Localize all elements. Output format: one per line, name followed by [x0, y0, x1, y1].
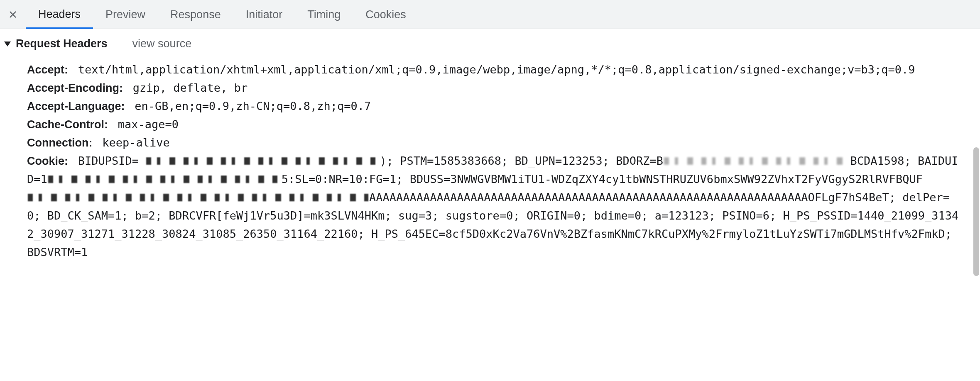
section-title: Request Headers	[16, 37, 108, 50]
tab-response[interactable]: Response	[158, 0, 233, 29]
header-name: Accept:	[27, 64, 68, 76]
redacted-icon	[146, 157, 379, 165]
header-connection: Connection: keep-alive	[27, 134, 959, 152]
header-value: en-GB,en;q=0.9,zh-CN;q=0.8,zh;q=0.7	[128, 100, 371, 112]
request-headers-list: Accept: text/html,application/xhtml+xml,…	[4, 61, 972, 261]
headers-content: Request Headers view source Accept: text…	[0, 29, 980, 381]
header-accept-language: Accept-Language: en-GB,en;q=0.9,zh-CN;q=…	[27, 97, 959, 115]
header-name: Connection:	[27, 137, 92, 149]
scrollbar[interactable]	[973, 29, 980, 381]
view-source-link[interactable]: view source	[132, 37, 192, 50]
header-accept: Accept: text/html,application/xhtml+xml,…	[27, 61, 959, 79]
redacted-icon	[48, 176, 281, 183]
header-name: Accept-Encoding:	[27, 82, 123, 94]
tab-cookies[interactable]: Cookies	[353, 0, 419, 29]
network-panel-tabbar: Headers Preview Response Initiator Timin…	[0, 0, 980, 29]
header-name: Cookie:	[27, 155, 68, 167]
header-name: Cache-Control:	[27, 118, 108, 131]
header-value: text/html,application/xhtml+xml,applicat…	[71, 63, 915, 76]
close-icon[interactable]	[8, 10, 17, 19]
tab-headers[interactable]: Headers	[26, 0, 93, 29]
chevron-down-icon	[4, 42, 11, 46]
header-value: BIDUPSID= ); PSTM=1585383668; BD_UPN=123…	[27, 154, 958, 259]
redacted-icon	[28, 194, 368, 201]
header-accept-encoding: Accept-Encoding: gzip, deflate, br	[27, 79, 959, 97]
tab-preview[interactable]: Preview	[93, 0, 158, 29]
tab-timing[interactable]: Timing	[295, 0, 353, 29]
header-cache-control: Cache-Control: max-age=0	[27, 115, 959, 134]
redacted-icon	[664, 157, 843, 165]
scrollbar-thumb[interactable]	[973, 147, 979, 276]
header-name: Accept-Language:	[27, 100, 125, 112]
section-toggle-request-headers[interactable]: Request Headers	[4, 37, 108, 50]
header-value: gzip, deflate, br	[126, 81, 248, 94]
header-cookie: Cookie: BIDUPSID= ); PSTM=1585383668; BD…	[27, 152, 959, 261]
header-value: max-age=0	[111, 118, 179, 131]
header-value: keep-alive	[96, 136, 170, 149]
tab-initiator[interactable]: Initiator	[233, 0, 295, 29]
